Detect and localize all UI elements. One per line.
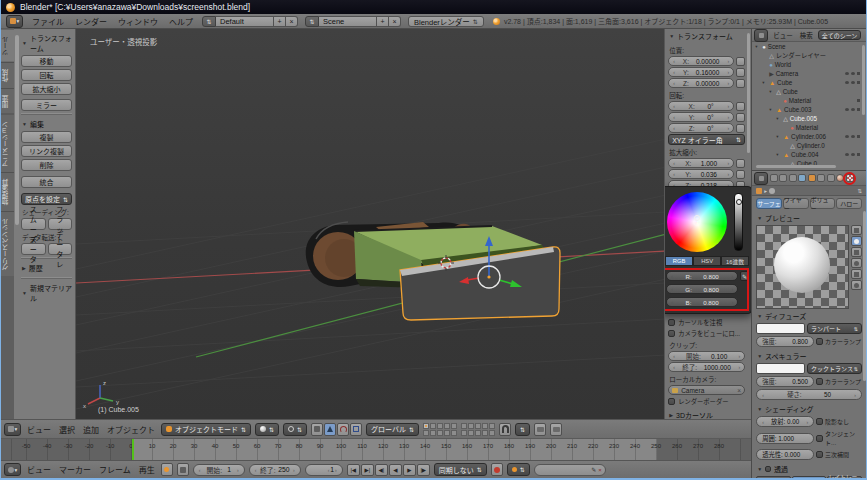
render-border-checkbox[interactable]: レンダーボーダー [668, 397, 745, 406]
tool-shelf-scrollbar[interactable] [15, 35, 19, 225]
tab-surface[interactable]: サーフェ [756, 198, 782, 209]
menu-window[interactable]: ウィンドウ [116, 16, 160, 27]
eye-icon[interactable] [845, 81, 849, 84]
lock-icon[interactable] [736, 170, 745, 179]
location-y-field[interactable]: Y:0.16000 [668, 67, 734, 77]
outliner-row-world[interactable]: ●World [752, 60, 866, 69]
modifiers-tab-icon[interactable] [817, 174, 825, 182]
lock-to-cursor-checkbox[interactable]: カーソルを注視 [668, 318, 745, 327]
layer-cell[interactable] [482, 430, 488, 436]
play-reverse-button[interactable]: ◀ [389, 464, 402, 476]
cubic-checkbox[interactable]: 三次補間 [816, 450, 862, 459]
tab-rgb[interactable]: RGB [665, 256, 693, 266]
3d-scene[interactable]: x z y [76, 29, 664, 419]
clip-end-field[interactable]: 終了:1000.000 [668, 362, 745, 372]
tab-halo[interactable]: ハロー [836, 198, 862, 209]
outliner-row-cube005[interactable]: ▾△Cube.005 [752, 114, 866, 123]
outliner-row-cube[interactable]: ▾▲Cube [752, 78, 866, 87]
scale-x-field[interactable]: X:1.000 [668, 158, 734, 168]
outliner-row-cylinder006[interactable]: ▾▲Cylinder.006 [752, 132, 866, 141]
specular-color-swatch[interactable] [756, 363, 805, 374]
auto-keyframe-button[interactable] [491, 463, 503, 476]
outliner-row-material2[interactable]: ●Material [752, 123, 866, 132]
mode-dropdown[interactable]: オブジェクトモード ⇅ [161, 423, 251, 436]
hardness-slider[interactable]: 硬さ:50 [756, 389, 862, 400]
translate-button[interactable]: 移動 [21, 55, 72, 67]
screen-add-button[interactable]: + [274, 16, 286, 27]
tab-create[interactable]: 作成 [1, 62, 14, 88]
menu-add[interactable]: 追加 [81, 424, 101, 435]
eye-icon[interactable] [845, 108, 849, 111]
eye-icon[interactable] [845, 153, 849, 156]
select-icon[interactable] [851, 153, 855, 156]
toggle-icon[interactable]: ▾ [762, 80, 767, 85]
preview-cube-button[interactable] [851, 247, 862, 257]
outliner-vscrollbar[interactable] [862, 45, 865, 115]
tab-wire[interactable]: ワイヤー [783, 198, 809, 209]
layer-cell[interactable] [444, 430, 450, 436]
diffuse-shader-dropdown[interactable]: ランパート⇅ [807, 323, 862, 334]
layer-cell[interactable] [430, 430, 436, 436]
preview-sphere-button[interactable] [851, 236, 862, 246]
scale-manipulator-button[interactable] [350, 423, 362, 436]
layer-cell[interactable] [451, 430, 457, 436]
render-icon[interactable] [857, 72, 861, 76]
editor-type-button[interactable]: ▾ [6, 15, 23, 28]
scene-browse-button[interactable]: ⇅ [305, 16, 319, 27]
render-icon[interactable] [857, 81, 861, 85]
diffuse-intensity-slider[interactable]: 強度:0.800 [756, 336, 814, 347]
menu-view[interactable]: ビュー [25, 464, 53, 475]
display-mode-dropdown[interactable]: 全てのシーン [818, 30, 862, 40]
duplicate-button[interactable]: 複製 [21, 131, 72, 143]
location-z-field[interactable]: Z:0.00000 [668, 78, 734, 88]
editor-type-button[interactable]: ▾ [4, 423, 21, 436]
unlink-icon[interactable] [857, 99, 861, 103]
diffuse-panel-header[interactable]: ▼ディフューズ [756, 309, 862, 323]
toggle-icon[interactable]: ▾ [776, 152, 781, 157]
color-wheel[interactable] [667, 192, 727, 252]
preview-flat-button[interactable] [851, 225, 862, 235]
layer-cell[interactable] [423, 423, 429, 429]
lock-icon[interactable] [736, 57, 745, 66]
tab-grease-pencil[interactable]: グリースペンシル [1, 211, 14, 276]
outliner-row-renderlayers[interactable]: △レンダーレイヤー [752, 51, 866, 60]
pencil-icon[interactable]: ✎ [591, 466, 596, 473]
tangent-checkbox[interactable]: タンジェント... [816, 429, 862, 447]
manipulator-toggle-button[interactable] [311, 423, 323, 436]
specular-ramp-checkbox[interactable]: カラーランプ [816, 377, 862, 386]
local-camera-field[interactable]: Camera × [668, 385, 745, 395]
value-slider-knob[interactable] [736, 199, 742, 205]
rotation-z-field[interactable]: Z:0° [668, 123, 734, 133]
restrict-icons[interactable] [845, 108, 861, 112]
specular-intensity-slider[interactable]: 強度:0.500 [756, 376, 814, 387]
scale-button[interactable]: 拡大縮小 [21, 83, 72, 95]
viewport-3d[interactable]: x z y ユーザー・透視投影 (1) Cube.005 [76, 29, 664, 419]
keying-set-field[interactable]: ✎ × [534, 464, 606, 476]
tab-raytrace[interactable]: レイトレース [827, 476, 862, 478]
tab-animation[interactable]: アニメーション [1, 114, 14, 173]
preview-sphere2-button[interactable] [851, 280, 862, 290]
panel-edit-header[interactable]: ▼ 編集 [21, 117, 72, 131]
outliner-row-cube-data[interactable]: ▾△Cube [752, 87, 866, 96]
eye-icon[interactable] [845, 72, 849, 75]
lock-icon[interactable] [736, 68, 745, 77]
viewport-shading-dropdown[interactable]: ⇅ [255, 423, 279, 436]
preview-panel-header[interactable]: ▼プレビュー [756, 211, 862, 225]
pivot-dropdown[interactable]: ⇅ [283, 423, 307, 436]
ambient-field[interactable]: 周囲: 1.000 [756, 433, 814, 444]
preview-range-button[interactable] [161, 463, 173, 476]
render-opengl-anim-button[interactable] [550, 423, 562, 436]
menu-playback[interactable]: 再生 [137, 464, 157, 475]
layer-cell[interactable] [437, 430, 443, 436]
data-transfer-button[interactable]: データ [21, 243, 46, 255]
tab-tools[interactable]: ツール [1, 29, 14, 62]
menu-view[interactable]: ビュー [25, 424, 53, 435]
editor-type-button[interactable]: ▾ [4, 463, 21, 476]
menu-file[interactable]: ファイル [30, 16, 66, 27]
toggle-icon[interactable]: ▾ [755, 44, 760, 49]
jump-end-button[interactable]: ▶| [361, 464, 374, 476]
lock-icon[interactable] [736, 102, 745, 111]
tab-ztransparency[interactable]: Z値透過 [792, 476, 827, 478]
menu-object[interactable]: オブジェクト [105, 424, 157, 435]
layer-cell[interactable] [461, 423, 467, 429]
